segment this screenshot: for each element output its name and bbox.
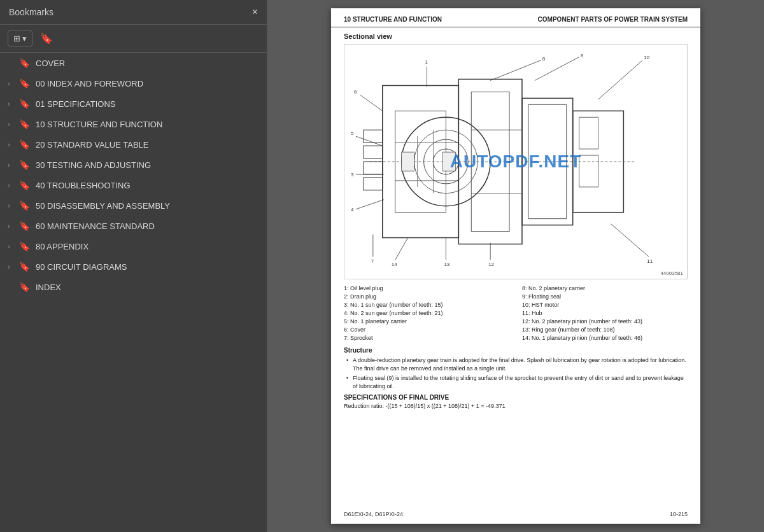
- parts-list-item: 10: HST motor: [522, 301, 688, 309]
- dropdown-arrow-icon: ▾: [22, 34, 27, 43]
- bookmark-item-20[interactable]: ›🔖20 STANDARD VALUE TABLE: [0, 134, 267, 155]
- specs-text: Reduction ratio: -((15 + 108)/15) x ((21…: [344, 403, 688, 409]
- page-container: 10 STRUCTURE AND FUNCTION COMPONENT PART…: [331, 8, 700, 524]
- parts-list-item: 11: Hub: [522, 309, 688, 317]
- bullets-container: A double-reduction planetary gear train …: [344, 356, 688, 390]
- bookmark-icon: 🔖: [19, 262, 31, 272]
- expand-arrow-icon: ›: [8, 100, 17, 108]
- page-header: 10 STRUCTURE AND FUNCTION COMPONENT PART…: [331, 8, 700, 27]
- bookmark-item-10[interactable]: ›🔖10 STRUCTURE AND FUNCTION: [0, 114, 267, 134]
- bookmark-item-80[interactable]: ›🔖80 APPENDIX: [0, 236, 267, 256]
- svg-text:5: 5: [351, 130, 354, 136]
- page-footer: D61EXI-24, D61PXI-24 10-215: [344, 511, 688, 517]
- bookmark-icon: 🔖: [19, 241, 31, 251]
- bookmark-item-01[interactable]: ›🔖01 SPECIFICATIONS: [0, 94, 267, 114]
- diagram-ref: 44003581: [660, 270, 683, 276]
- grid-icon: ⊞: [13, 34, 20, 43]
- svg-text:13: 13: [444, 262, 449, 267]
- parts-list-item: 5: No. 1 planetary carrier: [344, 318, 509, 325]
- page-header-section: 10 STRUCTURE AND FUNCTION: [344, 16, 442, 23]
- parts-list-item: 3: No. 1 sun gear (number of teeth: 15): [344, 301, 509, 309]
- bookmark-item-cover[interactable]: 🔖COVER: [0, 53, 267, 73]
- expand-arrow-icon: ›: [8, 263, 17, 270]
- structure-section-title: Structure: [344, 347, 688, 354]
- bookmark-item-00[interactable]: ›🔖00 INDEX AND FOREWORD: [0, 73, 267, 94]
- parts-list-item: 6: Cover: [344, 326, 509, 333]
- bookmark-label: 80 APPENDIX: [36, 242, 88, 251]
- bookmark-icon: 🔖: [19, 78, 31, 88]
- parts-list-item: 9: Floating seal: [522, 293, 688, 300]
- parts-list-item: 12: No. 2 planetary pinion (number of te…: [522, 318, 688, 325]
- bookmark-icon: 🔖: [19, 119, 31, 129]
- bookmark-icon: 🔖: [19, 282, 31, 292]
- section-view-title: Sectional view: [344, 32, 688, 40]
- parts-list-item: 8: No. 2 planetary carrier: [522, 284, 688, 292]
- bookmark-label: 30 TESTING AND ADJUSTING: [36, 160, 151, 170]
- footer-page: 10-215: [670, 511, 688, 517]
- bullet-item: A double-reduction planetary gear train …: [344, 356, 688, 372]
- sidebar-toolbar: ⊞ ▾ 🔖: [0, 25, 267, 53]
- expand-arrow-icon: ›: [8, 161, 17, 169]
- svg-text:4: 4: [351, 207, 354, 213]
- footer-model: D61EXI-24, D61PXI-24: [344, 511, 403, 517]
- parts-list-item: 13: Ring gear (number of teeth: 108): [522, 326, 688, 333]
- bookmark-icon: 🔖: [19, 160, 31, 170]
- bookmark-item-90[interactable]: ›🔖90 CIRCUIT DIAGRAMS: [0, 256, 267, 277]
- svg-text:7: 7: [371, 258, 374, 264]
- diagram-container: 1 8 9 10 6 5: [344, 44, 688, 279]
- bookmark-label: INDEX: [36, 283, 61, 292]
- parts-list-item: 1: Oil level plug: [344, 284, 509, 292]
- expand-arrow-icon: ›: [8, 120, 17, 128]
- bookmark-label: 90 CIRCUIT DIAGRAMS: [36, 262, 127, 272]
- bullet-item: Floating seal (9) is installed to the ro…: [344, 374, 688, 390]
- bookmark-icon: 🔖: [19, 58, 31, 68]
- svg-text:1: 1: [425, 59, 428, 65]
- bookmark-label: 40 TROUBLESHOOTING: [36, 181, 131, 190]
- bookmark-label: 10 STRUCTURE AND FUNCTION: [36, 120, 162, 129]
- parts-list-item: 4: No. 2 sun gear (number of teeth: 21): [344, 309, 509, 317]
- watermark: AUTOPDF.NET: [450, 151, 582, 172]
- bookmark-label: 01 SPECIFICATIONS: [36, 99, 115, 109]
- svg-text:12: 12: [488, 262, 494, 267]
- expand-arrow-icon: ›: [8, 181, 17, 189]
- bookmark-item-50[interactable]: ›🔖50 DISASSEMBLY AND ASSEMBLY: [0, 195, 267, 216]
- bookmarks-list: 🔖COVER›🔖00 INDEX AND FOREWORD›🔖01 SPECIF…: [0, 53, 267, 532]
- parts-list: 1: Oil level plug8: No. 2 planetary carr…: [344, 284, 688, 342]
- parts-list-item: 14: No. 1 planetary pinion (number of te…: [522, 334, 688, 342]
- expand-arrow-icon: ›: [8, 80, 17, 87]
- bookmark-icon: 🔖: [19, 221, 31, 231]
- bookmark-tag-button[interactable]: 🔖: [38, 30, 55, 47]
- bookmark-icon: 🔖: [19, 200, 31, 211]
- svg-rect-51: [402, 152, 414, 171]
- svg-text:9: 9: [581, 53, 584, 59]
- expand-arrow-icon: ›: [8, 141, 17, 148]
- page-header-title: COMPONENT PARTS OF POWER TRAIN SYSTEM: [538, 16, 688, 23]
- sidebar-header: Bookmarks ×: [0, 0, 267, 25]
- bookmark-label: 60 MAINTENANCE STANDARD: [36, 221, 155, 231]
- view-options-button[interactable]: ⊞ ▾: [8, 31, 32, 46]
- expand-arrow-icon: ›: [8, 202, 17, 209]
- bookmarks-sidebar: Bookmarks × ⊞ ▾ 🔖 🔖COVER›🔖00 INDEX AND F…: [0, 0, 267, 532]
- svg-text:14: 14: [392, 262, 397, 267]
- svg-text:6: 6: [354, 89, 357, 95]
- bookmark-item-60[interactable]: ›🔖60 MAINTENANCE STANDARD: [0, 216, 267, 236]
- main-content: 10 STRUCTURE AND FUNCTION COMPONENT PART…: [267, 0, 764, 532]
- bookmark-item-40[interactable]: ›🔖40 TROUBLESHOOTING: [0, 175, 267, 195]
- svg-text:11: 11: [647, 258, 653, 264]
- bookmark-label: 00 INDEX AND FOREWORD: [36, 79, 143, 88]
- bookmark-icon: 🔖: [19, 139, 31, 150]
- expand-arrow-icon: ›: [8, 222, 17, 230]
- page-body: Sectional view: [331, 32, 700, 416]
- expand-arrow-icon: ›: [8, 242, 17, 250]
- bookmark-label: COVER: [36, 59, 65, 68]
- bookmark-item-index[interactable]: 🔖INDEX: [0, 277, 267, 297]
- bookmark-label: 50 DISASSEMBLY AND ASSEMBLY: [36, 201, 170, 211]
- bookmark-icon: 🔖: [19, 99, 31, 109]
- svg-text:3: 3: [351, 172, 354, 178]
- parts-list-item: 7: Sprocket: [344, 334, 509, 342]
- close-button[interactable]: ×: [252, 6, 258, 18]
- bookmark-item-30[interactable]: ›🔖30 TESTING AND ADJUSTING: [0, 155, 267, 175]
- bookmark-icon: 🔖: [19, 180, 31, 190]
- tag-icon: 🔖: [40, 33, 53, 44]
- svg-text:8: 8: [542, 56, 546, 62]
